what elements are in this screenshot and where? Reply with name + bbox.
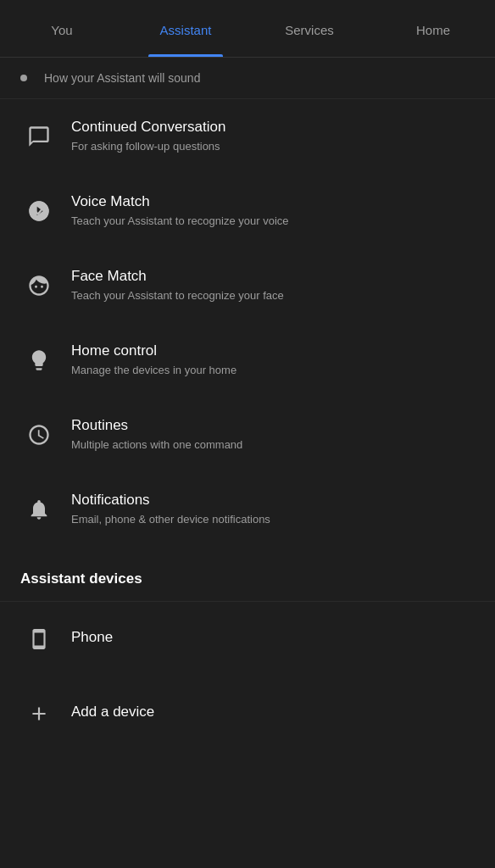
lightbulb-icon bbox=[20, 342, 58, 379]
setting-voice-match[interactable]: Voice Match Teach your Assistant to reco… bbox=[0, 174, 495, 248]
phone-label: Phone bbox=[71, 629, 475, 646]
add-device-label: Add a device bbox=[71, 704, 475, 721]
face-match-text: Face Match Teach your Assistant to recog… bbox=[71, 268, 475, 303]
notifications-subtitle: Email, phone & other device notification… bbox=[71, 512, 475, 527]
tab-assistant[interactable]: Assistant bbox=[124, 0, 248, 57]
phone-text: Phone bbox=[71, 629, 475, 649]
bell-icon bbox=[20, 491, 58, 528]
voice-match-subtitle: Teach your Assistant to recognize your v… bbox=[71, 214, 475, 229]
devices-header-text: Assistant devices bbox=[20, 570, 142, 587]
setting-routines[interactable]: Routines Multiple actions with one comma… bbox=[0, 398, 495, 472]
tab-assistant-label: Assistant bbox=[160, 23, 212, 37]
home-control-subtitle: Manage the devices in your home bbox=[71, 363, 475, 378]
home-control-text: Home control Manage the devices in your … bbox=[71, 342, 475, 378]
face-match-subtitle: Teach your Assistant to recognize your f… bbox=[71, 288, 475, 303]
chat-icon bbox=[20, 118, 58, 155]
notifications-text: Notifications Email, phone & other devic… bbox=[71, 492, 475, 527]
tab-services-label: Services bbox=[285, 23, 334, 37]
routines-text: Routines Multiple actions with one comma… bbox=[71, 417, 475, 453]
tab-bar: You Assistant Services Home bbox=[0, 0, 495, 58]
tab-you[interactable]: You bbox=[0, 0, 124, 57]
devices-section-header: Assistant devices bbox=[0, 547, 495, 601]
sound-item-partial[interactable]: How your Assistant will sound bbox=[0, 58, 495, 99]
setting-home-control[interactable]: Home control Manage the devices in your … bbox=[0, 323, 495, 398]
setting-phone[interactable]: Phone bbox=[0, 602, 495, 676]
tab-you-label: You bbox=[51, 23, 72, 37]
partial-dot-icon bbox=[20, 75, 27, 81]
tab-services[interactable]: Services bbox=[248, 0, 371, 57]
content-area: How your Assistant will sound Continued … bbox=[0, 58, 495, 751]
tab-home[interactable]: Home bbox=[371, 0, 495, 57]
setting-notifications[interactable]: Notifications Email, phone & other devic… bbox=[0, 472, 495, 547]
continued-conversation-text: Continued Conversation For asking follow… bbox=[71, 119, 475, 154]
setting-face-match[interactable]: Face Match Teach your Assistant to recog… bbox=[0, 248, 495, 323]
tab-home-label: Home bbox=[416, 23, 450, 37]
setting-continued-conversation[interactable]: Continued Conversation For asking follow… bbox=[0, 99, 495, 174]
phone-icon bbox=[20, 620, 58, 658]
face-match-title: Face Match bbox=[71, 268, 475, 285]
continued-conversation-title: Continued Conversation bbox=[71, 119, 475, 136]
add-device-text: Add a device bbox=[71, 704, 475, 724]
plus-icon bbox=[20, 695, 58, 732]
sound-subtitle: How your Assistant will sound bbox=[44, 71, 200, 85]
setting-add-device[interactable]: Add a device bbox=[0, 676, 495, 751]
voice-icon bbox=[20, 192, 58, 230]
routines-title: Routines bbox=[71, 417, 475, 434]
voice-match-title: Voice Match bbox=[71, 193, 475, 210]
notifications-title: Notifications bbox=[71, 492, 475, 509]
continued-conversation-subtitle: For asking follow-up questions bbox=[71, 139, 475, 154]
home-control-title: Home control bbox=[71, 342, 475, 359]
voice-match-text: Voice Match Teach your Assistant to reco… bbox=[71, 193, 475, 229]
face-icon bbox=[20, 267, 58, 304]
routines-subtitle: Multiple actions with one command bbox=[71, 437, 475, 453]
routines-icon bbox=[20, 416, 58, 453]
